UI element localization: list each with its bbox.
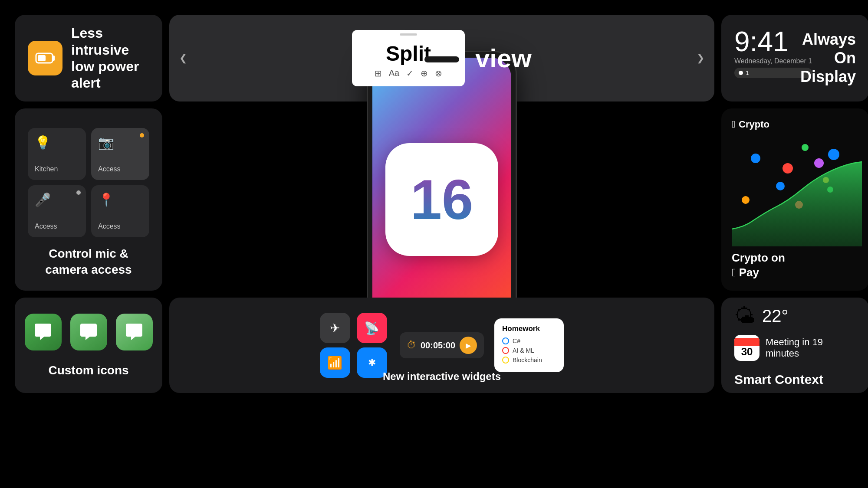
ios16-logo: 16 xyxy=(385,143,498,256)
crypto-card:  Crypto xyxy=(721,108,868,291)
low-power-title: Less intrusive low power alert xyxy=(71,25,149,92)
svg-rect-1 xyxy=(53,56,55,61)
wifi-btn[interactable]: 📶 xyxy=(320,347,350,378)
plus-icon: ⊕ xyxy=(421,68,428,79)
crypto-footer-line2: Pay xyxy=(739,266,759,279)
messages-icons-row xyxy=(25,314,153,350)
podcast-btn[interactable]: 📡 xyxy=(357,313,387,343)
cal-day: 30 xyxy=(741,346,753,358)
location-icon: 📍 xyxy=(98,192,114,207)
homework-title: Homework xyxy=(502,324,556,333)
apple-logo-icon:  xyxy=(732,119,735,130)
custom-icons-card: Custom icons xyxy=(15,298,162,393)
mic-camera-card: 💡 Kitchen 📷 Access 🎤 Access 📍 Access Con… xyxy=(15,108,162,291)
always-on-label: Always On Display xyxy=(800,30,856,86)
homework-widget: Homework C# AI & ML Blockchain xyxy=(494,318,564,372)
split-toolbar: ⊞ Aa ✓ ⊕ ⊗ xyxy=(375,68,442,79)
timer-widget: ⏱ 00:05:00 ▶ xyxy=(400,332,484,358)
airplane-btn[interactable]: ✈ xyxy=(320,313,350,343)
location-label: Access xyxy=(98,223,121,230)
indicator-dot xyxy=(739,71,743,75)
kitchen-label: Kitchen xyxy=(35,165,58,173)
hw-item-1: C# xyxy=(502,337,556,344)
calendar-badge: 30 xyxy=(734,335,760,361)
ios16-card: 16 xyxy=(169,108,714,291)
custom-icons-label: Custom icons xyxy=(48,364,128,377)
timer-clock-icon: ⏱ xyxy=(407,340,416,351)
hw-text-3: Blockchain xyxy=(513,357,542,364)
font-icon: Aa xyxy=(389,68,399,79)
crypto-chart-svg xyxy=(732,160,862,246)
kitchen-icon: 💡 xyxy=(35,135,51,150)
battery-icon xyxy=(28,41,62,75)
interactive-widgets-label: New interactive widgets xyxy=(383,370,501,383)
widgets-row: ✈ 📡 📶 ✱ ⏱ 00:05:00 ▶ Homework C# xyxy=(320,313,564,378)
cal-top xyxy=(734,338,760,346)
smart-context-label: Smart Context xyxy=(734,372,823,387)
messages-icon-3 xyxy=(116,314,153,350)
interactive-widgets-card: ✈ 📡 📶 ✱ ⏱ 00:05:00 ▶ Homework C# xyxy=(169,298,714,393)
timer-widget-group: ⏱ 00:05:00 ▶ xyxy=(400,332,484,358)
camera-icon: 📷 xyxy=(98,135,114,150)
indicator-num: 1 xyxy=(746,69,749,76)
hw-dot-1 xyxy=(502,337,509,344)
crypto-footer-line1: Crypto on xyxy=(732,251,785,264)
weather-icon: 🌤 xyxy=(734,304,755,328)
ios16-number: 16 xyxy=(411,171,473,228)
timer-play-btn[interactable]: ▶ xyxy=(460,337,477,354)
rotate-icon: ⊗ xyxy=(435,68,442,79)
doc-notch xyxy=(400,33,417,36)
hw-text-1: C# xyxy=(513,337,520,344)
crypto-chart-area xyxy=(732,134,858,246)
mic-icon: 🎤 xyxy=(35,192,51,207)
check-icon: ✓ xyxy=(406,68,414,79)
smart-meeting-row: 30 Meeting in 19 minutes xyxy=(734,335,856,361)
meeting-text: Meeting in 19 minutes xyxy=(766,337,856,359)
crypto-footer: Crypto on  Pay xyxy=(732,251,785,280)
apple-pay-icon:  xyxy=(732,266,736,279)
iphone-notch xyxy=(424,56,459,62)
smart-context-weather: 🌤 22° xyxy=(734,304,789,328)
access-cell-camera: 📷 Access xyxy=(91,128,149,180)
low-power-card: Less intrusive low power alert xyxy=(15,15,162,102)
hw-dot-2 xyxy=(502,347,509,354)
timer-display: 00:05:00 xyxy=(421,341,455,350)
split-word: Split xyxy=(386,42,431,66)
camera-label: Access xyxy=(98,165,121,173)
hw-text-2: AI & ML xyxy=(513,347,534,354)
access-cell-kitchen: 💡 Kitchen xyxy=(28,128,86,180)
always-on-card: 9:41 Wednesday, December 1 1 Always On D… xyxy=(721,15,868,102)
mic-label: Access xyxy=(35,223,57,230)
access-grid: 💡 Kitchen 📷 Access 🎤 Access 📍 Access xyxy=(28,128,149,237)
messages-icon-1 xyxy=(25,314,62,350)
mic-camera-title: Control mic & camera access xyxy=(28,246,149,278)
hw-item-2: AI & ML xyxy=(502,347,556,354)
control-center-widget: ✈ 📡 📶 ✱ xyxy=(320,313,389,378)
arrow-left-icon[interactable]: ❮ xyxy=(174,49,192,67)
grid-icon: ⊞ xyxy=(375,68,382,79)
crypto-header:  Crypto xyxy=(732,119,769,130)
hw-dot-3 xyxy=(502,357,509,364)
arrow-right-icon[interactable]: ❯ xyxy=(692,49,709,67)
svg-rect-2 xyxy=(38,55,46,61)
hw-item-3: Blockchain xyxy=(502,357,556,364)
access-cell-mic: 🎤 Access xyxy=(28,185,86,237)
crypto-title: Crypto xyxy=(739,119,769,130)
smart-temperature: 22° xyxy=(762,306,789,326)
active-dot xyxy=(140,133,144,138)
view-word: view xyxy=(475,43,532,73)
messages-icon-2 xyxy=(70,314,107,350)
mic-dot xyxy=(76,190,81,195)
access-cell-location: 📍 Access xyxy=(91,185,149,237)
smart-context-card: 🌤 22° 30 Meeting in 19 minutes Smart Con… xyxy=(721,298,868,393)
